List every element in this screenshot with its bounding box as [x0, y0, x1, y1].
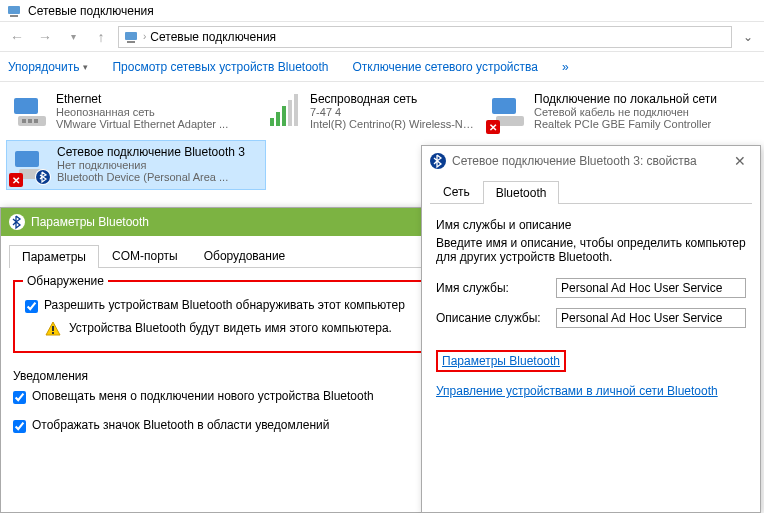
breadcrumb-dropdown[interactable]: ⌄: [738, 30, 758, 44]
dialog-title: Параметры Bluetooth: [31, 215, 149, 229]
tab-com-ports[interactable]: COM-порты: [99, 244, 191, 267]
network-icon: [6, 3, 22, 19]
svg-rect-8: [34, 119, 38, 123]
svg-rect-21: [52, 332, 54, 334]
disconnected-icon: ✕: [9, 173, 23, 187]
bluetooth-settings-link[interactable]: Параметры Bluetooth: [436, 350, 566, 372]
svg-rect-3: [127, 41, 135, 43]
bluetooth-icon: [430, 153, 446, 169]
tab-network[interactable]: Сеть: [430, 180, 483, 203]
dialog-title: Сетевое подключение Bluetooth 3: свойств…: [452, 154, 728, 168]
notify-new-device-checkbox[interactable]: Оповещать меня о подключении нового устр…: [13, 389, 456, 404]
tab-bluetooth[interactable]: Bluetooth: [483, 181, 560, 204]
svg-rect-20: [52, 326, 54, 331]
notifications-group: Уведомления Оповещать меня о подключении…: [13, 365, 456, 443]
warning-row: Устройства Bluetooth будут видеть имя эт…: [45, 321, 444, 337]
breadcrumb[interactable]: › Сетевые подключения: [118, 26, 732, 48]
group-title: Обнаружение: [23, 274, 108, 288]
service-name-input[interactable]: [556, 278, 746, 298]
tab-content: Имя службы и описание Введите имя и опис…: [422, 204, 760, 412]
discovery-group: Обнаружение Разрешить устройствам Blueto…: [13, 280, 456, 353]
bluetooth-icon: [9, 214, 25, 230]
connection-bluetooth[interactable]: ✕ Сетевое подключение Bluetooth 3 Нет по…: [6, 140, 266, 190]
service-desc-row: Описание службы:: [436, 308, 746, 328]
bluetooth-settings-dialog: Параметры Bluetooth ✕ Параметры COM-порт…: [0, 207, 469, 513]
forward-button[interactable]: →: [34, 26, 56, 48]
svg-rect-1: [10, 15, 18, 17]
svg-rect-14: [492, 98, 516, 114]
svg-rect-12: [288, 100, 292, 126]
disconnected-icon: ✕: [486, 120, 500, 134]
checkbox-input[interactable]: [13, 391, 26, 404]
group-title: Уведомления: [13, 369, 456, 383]
connection-name: Беспроводная сеть: [310, 92, 476, 106]
checkbox-label: Оповещать меня о подключении нового устр…: [32, 389, 374, 403]
service-desc-label: Описание службы:: [436, 311, 556, 325]
view-bt-devices-button[interactable]: Просмотр сетевых устройств Bluetooth: [112, 60, 328, 74]
service-name-label: Имя службы:: [436, 281, 556, 295]
tab-hardware[interactable]: Оборудование: [191, 244, 299, 267]
connection-status: Неопознанная сеть: [56, 106, 252, 118]
connection-status: Нет подключения: [57, 159, 261, 171]
checkbox-input[interactable]: [25, 300, 38, 313]
bluetooth-badge-icon: [35, 169, 51, 185]
tab-strip: Параметры COM-порты Оборудование: [9, 244, 460, 268]
connection-device: VMware Virtual Ethernet Adapter ...: [56, 118, 252, 130]
svg-rect-11: [282, 106, 286, 126]
svg-rect-6: [22, 119, 26, 123]
tab-strip: Сеть Bluetooth: [430, 180, 752, 204]
back-button[interactable]: ←: [6, 26, 28, 48]
connection-name: Ethernet: [56, 92, 252, 106]
checkbox-label: Разрешить устройствам Bluetooth обнаружи…: [44, 298, 405, 312]
tab-content: Обнаружение Разрешить устройствам Blueto…: [1, 268, 468, 467]
connection-status: Сетевой кабель не подключен: [534, 106, 720, 118]
connection-properties-dialog: Сетевое подключение Bluetooth 3: свойств…: [421, 145, 761, 513]
svg-rect-9: [270, 118, 274, 126]
chevron-right-icon: ›: [143, 31, 146, 42]
svg-rect-16: [15, 151, 39, 167]
ethernet-icon: [10, 92, 50, 132]
checkbox-input[interactable]: [13, 420, 26, 433]
connection-name: Сетевое подключение Bluetooth 3: [57, 145, 261, 159]
connection-name: Подключение по локальной сети: [534, 92, 720, 106]
svg-rect-13: [294, 94, 298, 126]
section-heading: Имя службы и описание: [436, 218, 746, 232]
bluetooth-connection-icon: ✕: [11, 145, 51, 185]
window-title: Сетевые подключения: [28, 4, 154, 18]
dialog-titlebar: Сетевое подключение Bluetooth 3: свойств…: [422, 146, 760, 176]
disable-device-button[interactable]: Отключение сетевого устройства: [353, 60, 538, 74]
connection-device: Bluetooth Device (Personal Area ...: [57, 171, 261, 183]
connection-lan[interactable]: ✕ Подключение по локальной сети Сетевой …: [484, 88, 724, 136]
svg-rect-7: [28, 119, 32, 123]
organize-label: Упорядочить: [8, 60, 79, 74]
warning-text: Устройства Bluetooth будут видеть имя эт…: [69, 321, 392, 337]
service-name-row: Имя службы:: [436, 278, 746, 298]
window-titlebar: Сетевые подключения: [0, 0, 764, 22]
command-bar: Упорядочить ▾ Просмотр сетевых устройств…: [0, 52, 764, 82]
more-commands-button[interactable]: »: [562, 60, 569, 74]
dialog-titlebar: Параметры Bluetooth ✕: [1, 208, 468, 236]
organize-button[interactable]: Упорядочить ▾: [8, 60, 88, 74]
manage-pan-devices-link[interactable]: Управление устройствами в личной сети Bl…: [436, 384, 718, 398]
connection-device: Intel(R) Centrino(R) Wireless-N 130: [310, 118, 476, 130]
checkbox-label: Отображать значок Bluetooth в области ув…: [32, 418, 329, 432]
show-tray-icon-checkbox[interactable]: Отображать значок Bluetooth в области ув…: [13, 418, 456, 433]
warning-icon: [45, 321, 61, 337]
section-description: Введите имя и описание, чтобы определить…: [436, 236, 746, 264]
up-button[interactable]: ↑: [90, 26, 112, 48]
wifi-icon: [264, 92, 304, 132]
nav-bar: ← → ▾ ↑ › Сетевые подключения ⌄: [0, 22, 764, 52]
connection-wifi[interactable]: Беспроводная сеть 7-47 4 Intel(R) Centri…: [260, 88, 480, 136]
svg-rect-10: [276, 112, 280, 126]
recent-button[interactable]: ▾: [62, 26, 84, 48]
connection-ethernet[interactable]: Ethernet Неопознанная сеть VMware Virtua…: [6, 88, 256, 136]
close-button[interactable]: ✕: [728, 153, 752, 169]
tab-parameters[interactable]: Параметры: [9, 245, 99, 268]
breadcrumb-item[interactable]: Сетевые подключения: [150, 30, 276, 44]
service-desc-input[interactable]: [556, 308, 746, 328]
chevron-down-icon: ▾: [83, 62, 88, 72]
connection-status: 7-47 4: [310, 106, 476, 118]
svg-rect-4: [14, 98, 38, 114]
allow-discovery-checkbox[interactable]: Разрешить устройствам Bluetooth обнаружи…: [25, 298, 444, 313]
ethernet-icon: ✕: [488, 92, 528, 132]
